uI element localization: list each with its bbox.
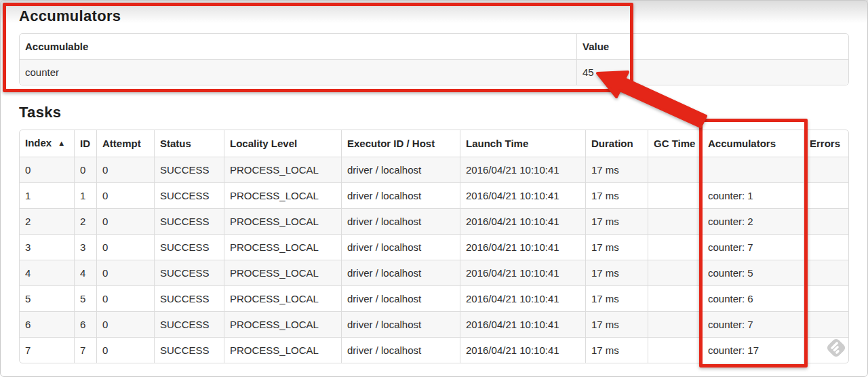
- task-col-header-label: Status: [160, 138, 191, 149]
- task-cell-gc_time: [648, 157, 702, 182]
- task-cell-id: 1: [74, 182, 96, 208]
- task-cell-gc_time: [648, 234, 702, 260]
- task-cell-errors: [804, 260, 848, 285]
- task-cell-launch_time: 2016/04/21 10:10:41: [460, 157, 585, 182]
- task-cell-launch_time: 2016/04/21 10:10:41: [460, 260, 585, 285]
- task-cell-status: SUCCESS: [154, 311, 224, 337]
- task-row: 220SUCCESSPROCESS_LOCALdriver / localhos…: [20, 208, 848, 234]
- task-cell-duration: 17 ms: [585, 285, 648, 311]
- task-cell-status: SUCCESS: [154, 234, 224, 260]
- task-col-header-label: Attempt: [102, 138, 141, 149]
- task-col-header-errors[interactable]: Errors: [804, 130, 848, 157]
- task-col-header-index[interactable]: Index▲: [20, 130, 74, 157]
- task-cell-accumulators: counter: 7: [702, 311, 804, 337]
- task-cell-errors: [804, 157, 848, 182]
- task-row: 440SUCCESSPROCESS_LOCALdriver / localhos…: [20, 260, 848, 285]
- task-cell-gc_time: [648, 208, 702, 234]
- task-cell-status: SUCCESS: [154, 285, 224, 311]
- task-cell-locality_level: PROCESS_LOCAL: [224, 311, 341, 337]
- task-cell-index: 6: [20, 311, 74, 337]
- task-cell-launch_time: 2016/04/21 10:10:41: [460, 234, 585, 260]
- task-col-header-attempt[interactable]: Attempt: [96, 130, 154, 157]
- accumulators-table-body: counter45: [20, 59, 848, 85]
- task-col-header-label: GC Time: [654, 138, 695, 149]
- task-cell-errors: [804, 285, 848, 311]
- task-cell-accumulators: counter: 7: [702, 234, 804, 260]
- task-cell-executor_id_host: driver / localhost: [341, 285, 460, 311]
- task-col-header-id[interactable]: ID: [74, 130, 96, 157]
- task-cell-index: 7: [20, 337, 74, 363]
- task-col-header-accumulators[interactable]: Accumulators: [702, 130, 804, 157]
- task-cell-errors: [804, 182, 848, 208]
- task-cell-index: 0: [20, 157, 74, 182]
- tasks-table-body: 000SUCCESSPROCESS_LOCALdriver / localhos…: [20, 157, 848, 363]
- task-cell-accumulators: counter: 1: [702, 182, 804, 208]
- task-col-header-executor-id-host[interactable]: Executor ID / Host: [341, 130, 460, 157]
- task-cell-id: 0: [74, 157, 96, 182]
- task-cell-index: 4: [20, 260, 74, 285]
- accumulable-col-header-label: Value: [583, 41, 609, 52]
- task-col-header-gc-time[interactable]: GC Time: [648, 130, 702, 157]
- task-col-header-label: Index: [25, 137, 52, 148]
- task-cell-errors: [804, 337, 848, 363]
- task-cell-launch_time: 2016/04/21 10:10:41: [460, 337, 585, 363]
- task-cell-duration: 17 ms: [585, 337, 648, 363]
- task-cell-locality_level: PROCESS_LOCAL: [224, 337, 341, 363]
- spark-ui-stage-page: Accumulators AccumulableValue counter45 …: [0, 0, 868, 377]
- task-cell-executor_id_host: driver / localhost: [341, 157, 460, 182]
- task-cell-gc_time: [648, 285, 702, 311]
- task-cell-gc_time: [648, 182, 702, 208]
- task-cell-accumulators: counter: 2: [702, 208, 804, 234]
- task-row: 110SUCCESSPROCESS_LOCALdriver / localhos…: [20, 182, 848, 208]
- accumulable-col-header-label: Accumulable: [25, 41, 88, 52]
- sort-ascending-icon: ▲: [58, 139, 65, 147]
- tasks-table: Index▲IDAttemptStatusLocality LevelExecu…: [19, 130, 849, 363]
- task-cell-executor_id_host: driver / localhost: [341, 234, 460, 260]
- task-cell-id: 5: [74, 285, 96, 311]
- task-cell-accumulators: counter: 5: [702, 260, 804, 285]
- task-cell-executor_id_host: driver / localhost: [341, 208, 460, 234]
- task-cell-id: 2: [74, 208, 96, 234]
- task-col-header-status[interactable]: Status: [154, 130, 224, 157]
- accumulable-row: counter45: [20, 59, 848, 85]
- task-cell-accumulators: counter: 17: [702, 337, 804, 363]
- task-cell-id: 4: [74, 260, 96, 285]
- task-cell-accumulators: counter: 6: [702, 285, 804, 311]
- task-cell-index: 3: [20, 234, 74, 260]
- task-cell-status: SUCCESS: [154, 182, 224, 208]
- task-cell-errors: [804, 311, 848, 337]
- task-cell-locality_level: PROCESS_LOCAL: [224, 208, 341, 234]
- task-cell-launch_time: 2016/04/21 10:10:41: [460, 182, 585, 208]
- task-cell-id: 3: [74, 234, 96, 260]
- task-row: 660SUCCESSPROCESS_LOCALdriver / localhos…: [20, 311, 848, 337]
- task-cell-attempt: 0: [96, 260, 154, 285]
- task-cell-gc_time: [648, 260, 702, 285]
- task-cell-status: SUCCESS: [154, 260, 224, 285]
- task-cell-attempt: 0: [96, 311, 154, 337]
- task-cell-locality_level: PROCESS_LOCAL: [224, 285, 341, 311]
- tasks-section-title: Tasks: [19, 104, 849, 121]
- accumulators-table-header-row: AccumulableValue: [20, 34, 848, 59]
- task-cell-launch_time: 2016/04/21 10:10:41: [460, 208, 585, 234]
- task-col-header-label: ID: [80, 138, 90, 149]
- task-cell-launch_time: 2016/04/21 10:10:41: [460, 285, 585, 311]
- task-cell-executor_id_host: driver / localhost: [341, 260, 460, 285]
- task-row: 000SUCCESSPROCESS_LOCALdriver / localhos…: [20, 157, 848, 182]
- task-cell-id: 6: [74, 311, 96, 337]
- task-row: 330SUCCESSPROCESS_LOCALdriver / localhos…: [20, 234, 848, 260]
- task-cell-launch_time: 2016/04/21 10:10:41: [460, 311, 585, 337]
- task-col-header-launch-time[interactable]: Launch Time: [460, 130, 585, 157]
- task-col-header-label: Executor ID / Host: [347, 138, 435, 149]
- task-cell-attempt: 0: [96, 157, 154, 182]
- task-cell-index: 2: [20, 208, 74, 234]
- task-cell-attempt: 0: [96, 285, 154, 311]
- task-col-header-duration[interactable]: Duration: [585, 130, 648, 157]
- task-cell-gc_time: [648, 337, 702, 363]
- accumulable-col-header-accumulable[interactable]: Accumulable: [20, 34, 576, 59]
- task-cell-locality_level: PROCESS_LOCAL: [224, 260, 341, 285]
- accumulable-col-header-value[interactable]: Value: [576, 34, 848, 59]
- task-col-header-locality-level[interactable]: Locality Level: [224, 130, 341, 157]
- task-cell-locality_level: PROCESS_LOCAL: [224, 234, 341, 260]
- task-cell-errors: [804, 234, 848, 260]
- task-cell-attempt: 0: [96, 208, 154, 234]
